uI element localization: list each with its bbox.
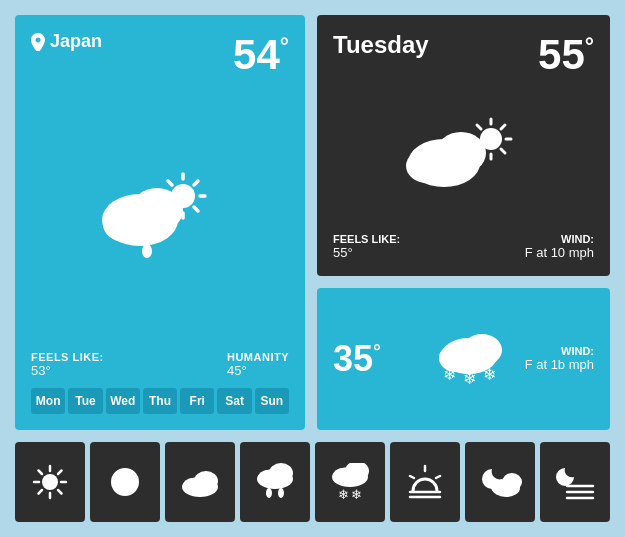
svg-line-57: [436, 476, 440, 478]
right-wind-label: WIND:: [525, 233, 594, 245]
humidity-label: HUMANITY: [227, 351, 289, 363]
svg-point-47: [278, 488, 284, 498]
rain-cloud-icon: [255, 463, 295, 501]
location: Japan: [31, 31, 102, 52]
svg-text:❄: ❄: [442, 366, 455, 383]
right-feels-like-value: 55°: [333, 245, 400, 260]
svg-line-37: [58, 490, 62, 494]
svg-line-39: [39, 490, 43, 494]
icon-tile-sun: [15, 442, 85, 522]
day-mon[interactable]: Mon: [31, 388, 65, 414]
svg-point-24: [406, 149, 448, 183]
right-feels-like-info: FEELS LIKE: 55°: [333, 233, 400, 260]
svg-point-60: [491, 480, 509, 494]
night-fog-icon: [553, 464, 597, 500]
svg-text:❄: ❄: [351, 487, 362, 501]
left-weather-card: Japan 54°: [15, 15, 305, 430]
svg-point-45: [258, 470, 278, 486]
small-card-wind-info: WIND: F at 1b mph: [525, 345, 594, 372]
right-top-card: Tuesday 55°: [317, 15, 610, 276]
sunrise-icon: [405, 464, 445, 500]
svg-line-20: [501, 125, 505, 129]
left-card-header: Japan 54°: [31, 31, 289, 79]
day-tue[interactable]: Tue: [68, 388, 102, 414]
day-sun[interactable]: Sun: [255, 388, 289, 414]
humidity-info: HUMANITY 45°: [227, 351, 289, 378]
small-card-wind-value: F at 1b mph: [525, 357, 594, 372]
feels-like-info: FEELS LIKE: 53°: [31, 351, 104, 378]
svg-line-36: [39, 471, 43, 475]
moon-icon: [109, 466, 141, 498]
dark-sun-cloud-icon: [399, 111, 529, 201]
svg-text:❄: ❄: [338, 487, 349, 501]
day-sat[interactable]: Sat: [217, 388, 251, 414]
icon-tile-moon: [90, 442, 160, 522]
svg-line-56: [410, 476, 414, 478]
left-card-info: FEELS LIKE: 53° HUMANITY 45°: [31, 351, 289, 378]
sun-cloud-rain-icon: [95, 168, 225, 263]
icon-tile-sunrise: [390, 442, 460, 522]
svg-point-12: [142, 244, 152, 258]
svg-line-18: [477, 125, 481, 129]
right-wind-value: F at 10 mph: [525, 245, 594, 260]
icon-tile-night-fog: [540, 442, 610, 522]
days-row: Mon Tue Wed Thu Fri Sat Sun: [31, 388, 289, 414]
icon-tile-moon-cloud: [465, 442, 535, 522]
small-card-wind-label: WIND:: [525, 345, 594, 357]
svg-line-6: [194, 207, 198, 211]
location-pin-icon: [31, 33, 45, 51]
svg-text:❄: ❄: [482, 366, 495, 383]
svg-text:❄: ❄: [462, 370, 475, 384]
svg-point-46: [266, 488, 272, 498]
right-top-header: Tuesday 55°: [333, 31, 594, 79]
svg-point-42: [183, 478, 203, 494]
left-weather-icon-area: [31, 89, 289, 341]
right-top-temperature: 55°: [538, 31, 594, 79]
right-feels-like-label: FEELS LIKE:: [333, 233, 400, 245]
right-bottom-card: 35° ❄ ❄ ❄ WIND: F at 1b mph: [317, 288, 610, 430]
snow-cloud-icon: ❄ ❄ ❄: [434, 334, 504, 384]
right-top-bottom-info: FEELS LIKE: 55° WIND: F at 10 mph: [333, 233, 594, 260]
svg-line-38: [58, 471, 62, 475]
svg-line-7: [194, 181, 198, 185]
icon-tile-cloud: [165, 442, 235, 522]
cloud-icon: [180, 467, 220, 497]
day-fri[interactable]: Fri: [180, 388, 214, 414]
left-temperature: 54°: [233, 31, 289, 79]
svg-point-11: [103, 206, 147, 242]
icon-tile-rain: [240, 442, 310, 522]
moon-cloud-icon: [478, 464, 522, 500]
right-column: Tuesday 55°: [317, 15, 610, 430]
humidity-value: 45°: [227, 363, 289, 378]
day-label: Tuesday: [333, 31, 429, 59]
icon-tile-snow: ❄ ❄: [315, 442, 385, 522]
right-wind-info: WIND: F at 10 mph: [525, 233, 594, 260]
feels-like-value: 53°: [31, 363, 104, 378]
right-top-icon-area: [333, 79, 594, 233]
icon-bar: ❄ ❄: [15, 442, 610, 522]
snow-icon-area: ❄ ❄ ❄: [425, 334, 513, 384]
small-card-temperature: 35°: [333, 338, 413, 380]
sun-icon: [32, 464, 68, 500]
svg-line-19: [501, 149, 505, 153]
day-thu[interactable]: Thu: [143, 388, 177, 414]
svg-line-5: [168, 181, 172, 185]
svg-point-31: [42, 474, 58, 490]
day-wed[interactable]: Wed: [106, 388, 140, 414]
location-name: Japan: [50, 31, 102, 52]
svg-point-50: [333, 468, 353, 484]
snow-cloud-icon: ❄ ❄: [330, 463, 370, 501]
feels-like-label: FEELS LIKE:: [31, 351, 104, 363]
